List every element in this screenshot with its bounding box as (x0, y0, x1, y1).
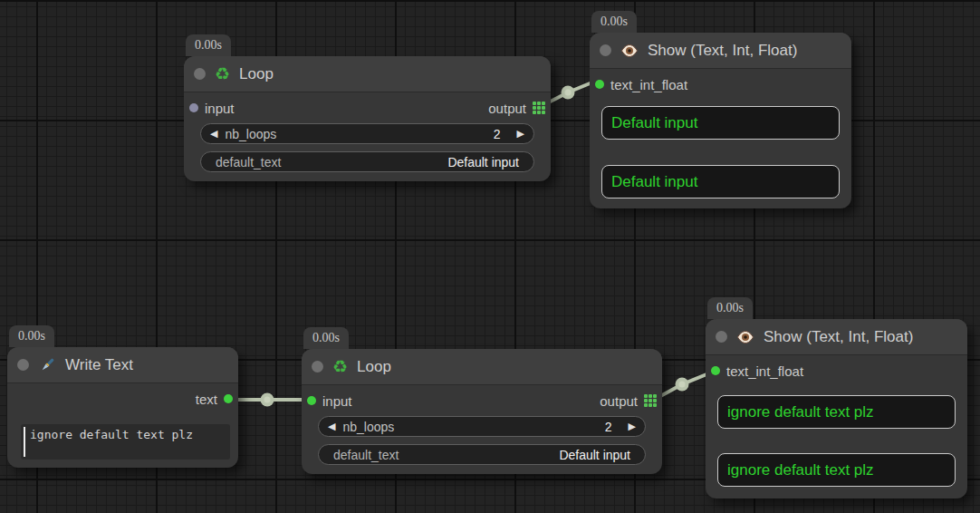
widget-value: 2 (605, 420, 612, 434)
collapse-dot[interactable] (17, 359, 29, 371)
widget-label: default_text (216, 155, 281, 169)
node-header[interactable]: ♻ Loop (184, 56, 551, 92)
widget-value: Default input (559, 448, 630, 462)
result-text-box[interactable]: Default input (601, 106, 840, 140)
input-slot-dot[interactable] (711, 366, 720, 375)
text-cursor (24, 427, 25, 457)
execution-time-badge: 0.00s (303, 327, 349, 349)
collapse-dot[interactable] (194, 68, 206, 80)
node-header[interactable]: Write Text (7, 347, 238, 383)
input-slot-label: input (322, 393, 352, 409)
node-title: Show (Text, Int, Float) (648, 42, 797, 60)
output-slot-label: text (196, 392, 217, 407)
output-slot-label: output (600, 393, 638, 409)
stepper-left-arrow-icon[interactable]: ◀ (210, 128, 217, 140)
node-title: Loop (239, 65, 274, 83)
grid-output-icon[interactable] (533, 102, 545, 114)
node-loop-bottom[interactable]: 0.00s ♻ Loop input output ◀ nb_loops 2 ▶ (302, 349, 662, 474)
execution-time: 0.00s (716, 301, 744, 315)
output-slot-label: output (488, 101, 526, 116)
node-header[interactable]: ♻ Loop (302, 349, 662, 385)
execution-time: 0.00s (312, 331, 340, 345)
node-title: Loop (357, 358, 391, 376)
result-text: Default input (611, 114, 697, 132)
execution-time: 0.00s (18, 329, 45, 344)
eye-icon (736, 331, 754, 344)
result-text-box[interactable]: Default input (601, 165, 840, 198)
input-slot-label: text_int_float (610, 77, 687, 92)
reroute-dot[interactable] (676, 378, 689, 392)
widget-label: nb_loops (225, 127, 276, 141)
execution-time: 0.00s (600, 15, 628, 29)
stepper-right-arrow-icon[interactable]: ▶ (629, 421, 636, 432)
eye-icon (620, 44, 639, 57)
collapse-dot[interactable] (600, 44, 611, 56)
result-text: ignore default text plz (727, 461, 874, 479)
node-write-text[interactable]: 0.00s Write Text text ignore default t (7, 347, 238, 468)
nb-loops-stepper[interactable]: ◀ nb_loops 2 ▶ (318, 416, 646, 437)
node-show-bottom[interactable]: 0.00s Show (Text, Int, Float) text_int_f… (706, 319, 967, 498)
execution-time-badge: 0.00s (186, 34, 231, 56)
result-text-box[interactable]: ignore default text plz (717, 453, 956, 487)
input-slot-dot[interactable] (189, 103, 198, 112)
input-slot-dot[interactable] (595, 80, 604, 89)
node-header[interactable]: Show (Text, Int, Float) (706, 319, 967, 355)
node-loop-top[interactable]: 0.00s ♻ Loop input output ◀ nb_loops 2 ▶ (184, 56, 551, 181)
collapse-dot[interactable] (312, 361, 323, 373)
grid-output-icon[interactable] (644, 394, 657, 407)
recycle-icon: ♻ (332, 358, 348, 375)
text-input-value: ignore default text plz (30, 428, 193, 441)
stepper-right-arrow-icon[interactable]: ▶ (517, 128, 524, 140)
nb-loops-stepper[interactable]: ◀ nb_loops 2 ▶ (200, 123, 534, 144)
collapse-dot[interactable] (716, 331, 727, 343)
result-text: Default input (611, 173, 697, 191)
result-text: ignore default text plz (727, 403, 874, 421)
input-slot-dot[interactable] (307, 396, 316, 405)
default-text-widget[interactable]: default_text Default input (200, 151, 534, 172)
input-slot-label: text_int_float (726, 363, 803, 379)
pen-icon (38, 356, 56, 374)
node-title: Show (Text, Int, Float) (764, 328, 913, 346)
execution-time-badge: 0.00s (707, 297, 753, 319)
input-slot-label: input (205, 101, 235, 116)
execution-time-badge: 0.00s (9, 325, 54, 347)
recycle-icon: ♻ (215, 65, 230, 82)
widget-label: nb_loops (342, 420, 394, 434)
node-graph-canvas[interactable]: 0.00s ♻ Loop input output ◀ nb_loops 2 ▶ (0, 0, 980, 513)
reroute-dot[interactable] (261, 393, 274, 407)
result-text-box[interactable]: ignore default text plz (717, 395, 956, 429)
node-title: Write Text (65, 356, 133, 374)
node-show-top[interactable]: 0.00s Show (Text, Int, Float) text_int_f… (590, 33, 851, 208)
widget-label: default_text (333, 448, 399, 462)
widget-value: Default input (447, 155, 519, 169)
stepper-left-arrow-icon[interactable]: ◀ (328, 421, 335, 432)
output-slot-dot[interactable] (224, 394, 233, 403)
reroute-dot[interactable] (562, 86, 575, 100)
execution-time: 0.00s (195, 38, 222, 53)
execution-time-badge: 0.00s (591, 11, 637, 33)
widget-value: 2 (494, 127, 501, 141)
default-text-widget[interactable]: default_text Default input (318, 444, 646, 465)
text-input-area[interactable]: ignore default text plz (21, 424, 230, 460)
node-header[interactable]: Show (Text, Int, Float) (590, 33, 851, 69)
